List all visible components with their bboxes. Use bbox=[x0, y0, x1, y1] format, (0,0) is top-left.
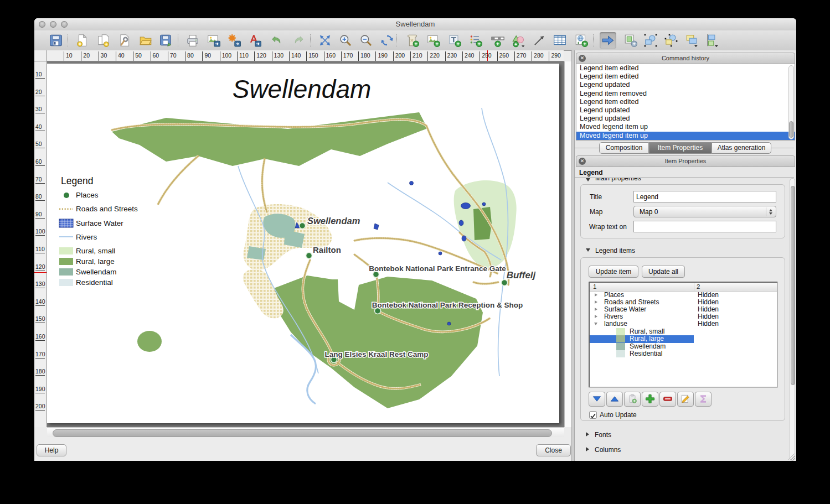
refresh-view-button[interactable] bbox=[379, 32, 395, 49]
item-properties-header[interactable]: ✕ Item Properties bbox=[576, 155, 795, 167]
wrap-text-input[interactable] bbox=[633, 221, 776, 232]
remove-item-button[interactable] bbox=[659, 392, 676, 407]
expander-icon[interactable] bbox=[595, 315, 597, 318]
zoom-full-button[interactable] bbox=[317, 32, 333, 49]
auto-update-checkbox[interactable] bbox=[589, 411, 597, 419]
add-html-button[interactable] bbox=[573, 32, 590, 49]
close-panel-icon[interactable]: ✕ bbox=[579, 158, 586, 165]
section-columns[interactable]: Columns bbox=[595, 446, 621, 454]
legend-items-tree[interactable]: 1 2 Places Hidden Roads and Streets Hidd… bbox=[589, 282, 778, 388]
titlebar[interactable]: Swellendam bbox=[34, 18, 796, 31]
tree-row[interactable]: Rural, small bbox=[590, 328, 777, 335]
add-scalebar-button[interactable] bbox=[489, 32, 506, 49]
add-map-button[interactable] bbox=[404, 32, 421, 49]
close-button[interactable]: Close bbox=[536, 444, 571, 456]
move-item-content-button[interactable] bbox=[622, 32, 639, 49]
command-history-list[interactable]: Legend item edited Legend item edited Le… bbox=[576, 64, 795, 141]
add-legend-button[interactable] bbox=[467, 32, 484, 49]
svg-text:Roads and Streets: Roads and Streets bbox=[76, 205, 138, 213]
canvas-vertical-scrollbar[interactable] bbox=[564, 61, 571, 427]
tab-composition[interactable]: Composition bbox=[599, 142, 649, 154]
count-features-button[interactable] bbox=[695, 392, 712, 407]
legend-title-input[interactable]: Legend bbox=[633, 191, 776, 202]
ruler-tick: 10 bbox=[64, 51, 73, 61]
expander-icon[interactable] bbox=[595, 293, 597, 297]
export-svg-button[interactable] bbox=[226, 32, 243, 49]
expander-icon[interactable] bbox=[594, 323, 597, 325]
section-main-properties[interactable]: Main properties bbox=[595, 178, 641, 182]
ungroup-items-button[interactable] bbox=[663, 32, 679, 49]
list-item[interactable]: Legend item edited bbox=[576, 64, 795, 72]
section-fonts[interactable]: Fonts bbox=[595, 431, 611, 439]
composition-canvas[interactable]: Swellendam bbox=[47, 61, 564, 427]
move-item-up-button[interactable] bbox=[606, 392, 623, 407]
collapse-arrow-icon[interactable] bbox=[586, 447, 589, 451]
stepper-icon[interactable] bbox=[766, 207, 775, 216]
list-item[interactable]: Legend item edited bbox=[576, 98, 795, 106]
help-button[interactable]: Help bbox=[37, 444, 66, 456]
add-arrow-button[interactable] bbox=[531, 32, 548, 49]
align-items-button[interactable] bbox=[704, 32, 720, 49]
add-label-button[interactable] bbox=[446, 32, 463, 49]
tab-item-properties[interactable]: Item Properties bbox=[649, 142, 712, 154]
add-attribute-table-button[interactable] bbox=[551, 32, 568, 49]
edit-item-button[interactable] bbox=[677, 392, 694, 407]
list-item[interactable]: Legend item edited bbox=[576, 72, 795, 81]
map-select[interactable]: Map 0 bbox=[633, 206, 776, 217]
list-item[interactable]: Legend item removed bbox=[576, 90, 795, 98]
svg-text:Places: Places bbox=[76, 191, 99, 199]
list-item[interactable]: Moved legend item up bbox=[576, 123, 795, 131]
command-history-scrollbar[interactable] bbox=[788, 65, 794, 139]
add-shape-button[interactable] bbox=[510, 32, 527, 49]
add-item-button[interactable] bbox=[642, 392, 658, 407]
paper[interactable]: Swellendam bbox=[47, 64, 559, 423]
river-label: Buffelj bbox=[507, 270, 537, 280]
duplicate-composition-button[interactable] bbox=[95, 32, 112, 49]
print-button[interactable] bbox=[184, 32, 201, 49]
save-as-template-button[interactable] bbox=[158, 32, 174, 49]
open-template-button[interactable] bbox=[137, 32, 154, 49]
list-item[interactable]: Legend updated bbox=[576, 106, 795, 115]
add-image-button[interactable] bbox=[425, 32, 442, 49]
raise-items-button[interactable] bbox=[683, 32, 700, 49]
scrollbar-thumb[interactable] bbox=[789, 121, 793, 138]
export-image-button[interactable] bbox=[205, 32, 222, 49]
collapse-arrow-icon[interactable] bbox=[586, 178, 590, 181]
undo-button[interactable] bbox=[269, 32, 286, 49]
ruler-tick: 40 bbox=[116, 51, 125, 61]
collapse-arrow-icon[interactable] bbox=[586, 248, 590, 252]
redo-button[interactable] bbox=[290, 32, 306, 49]
panel-scrollbar[interactable] bbox=[790, 178, 795, 461]
resize-grip[interactable] bbox=[788, 454, 795, 460]
list-item[interactable]: Legend updated bbox=[576, 81, 795, 89]
new-composition-button[interactable] bbox=[74, 32, 91, 49]
ruler-tick: 70 bbox=[168, 51, 177, 61]
zoom-out-button[interactable] bbox=[358, 32, 374, 49]
paste-item-button[interactable] bbox=[624, 392, 641, 407]
select-move-item-button[interactable] bbox=[600, 32, 616, 49]
expander-icon[interactable] bbox=[595, 308, 597, 311]
list-item[interactable]: Legend updated bbox=[576, 115, 795, 123]
move-item-down-button[interactable] bbox=[589, 392, 605, 407]
scrollbar-thumb[interactable] bbox=[791, 186, 795, 385]
command-history-header[interactable]: ✕ Command history bbox=[576, 53, 795, 64]
update-item-button[interactable]: Update item bbox=[589, 266, 638, 278]
tree-row[interactable]: Swellendam bbox=[590, 343, 777, 350]
tree-row-selected[interactable]: Rural, large bbox=[590, 335, 777, 342]
section-legend-items[interactable]: Legend items bbox=[595, 247, 635, 254]
zoom-in-button[interactable] bbox=[337, 32, 354, 49]
list-item-selected[interactable]: Moved legend item up bbox=[576, 132, 795, 140]
collapse-arrow-icon[interactable] bbox=[586, 432, 589, 437]
tab-atlas-generation[interactable]: Atlas generation bbox=[712, 142, 771, 154]
close-panel-icon[interactable]: ✕ bbox=[579, 55, 586, 62]
composer-manager-button[interactable] bbox=[116, 32, 133, 49]
save-button[interactable] bbox=[48, 32, 64, 49]
group-items-button[interactable] bbox=[642, 32, 659, 49]
tree-row[interactable]: landuse Hidden bbox=[590, 320, 777, 328]
canvas-horizontal-scrollbar[interactable] bbox=[47, 427, 564, 437]
tree-row[interactable]: Residential bbox=[590, 350, 777, 357]
scrollbar-thumb[interactable] bbox=[53, 429, 552, 437]
expander-icon[interactable] bbox=[595, 300, 597, 304]
export-pdf-button[interactable] bbox=[246, 32, 263, 49]
update-all-button[interactable]: Update all bbox=[642, 266, 685, 278]
